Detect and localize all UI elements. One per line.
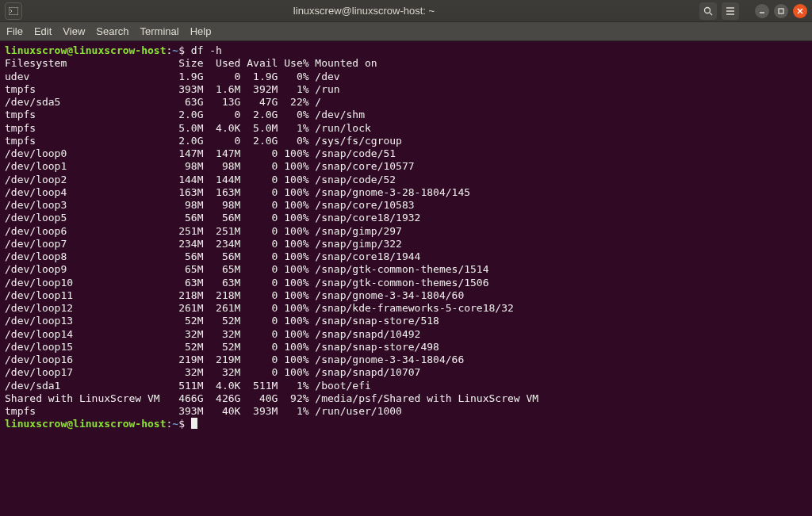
df-row: tmpfs 393M 1.6M 392M 1% /run	[5, 83, 807, 96]
close-button[interactable]	[793, 4, 807, 18]
df-row: /dev/loop0 147M 147M 0 100% /snap/code/5…	[5, 147, 807, 160]
df-row: /dev/loop3 98M 98M 0 100% /snap/core/105…	[5, 199, 807, 212]
svg-rect-7	[779, 9, 783, 13]
svg-line-2	[710, 13, 712, 15]
menu-bar: File Edit View Search Terminal Help	[0, 22, 812, 41]
df-row: tmpfs 5.0M 4.0K 5.0M 1% /run/lock	[5, 122, 807, 135]
prompt-line: linuxscrow@linuxscrow-host:~$	[5, 418, 807, 430]
window-title: linuxscrew@linuxscrow-host: ~	[29, 5, 699, 17]
menu-help[interactable]: Help	[190, 25, 212, 37]
menu-search[interactable]: Search	[96, 25, 128, 37]
df-header: Filesystem Size Used Avail Use% Mounted …	[5, 57, 807, 70]
df-row: /dev/loop15 52M 52M 0 100% /snap/snap-st…	[5, 341, 807, 354]
df-row: /dev/loop8 56M 56M 0 100% /snap/core18/1…	[5, 250, 807, 263]
menu-edit[interactable]: Edit	[34, 25, 52, 37]
minimize-button[interactable]	[755, 4, 769, 18]
prompt-path: ~	[172, 44, 178, 57]
menu-terminal[interactable]: Terminal	[140, 25, 179, 37]
df-row: /dev/loop10 63M 63M 0 100% /snap/gtk-com…	[5, 277, 807, 289]
df-row: /dev/loop6 251M 251M 0 100% /snap/gimp/2…	[5, 225, 807, 238]
df-row: /dev/loop7 234M 234M 0 100% /snap/gimp/3…	[5, 238, 807, 250]
df-row: /dev/loop14 32M 32M 0 100% /snap/snapd/1…	[5, 328, 807, 341]
prompt-line: linuxscrow@linuxscrow-host:~$ df -h	[5, 44, 807, 57]
df-row: /dev/loop2 144M 144M 0 100% /snap/code/5…	[5, 174, 807, 186]
search-button[interactable]	[699, 2, 717, 20]
df-row: tmpfs 393M 40K 393M 1% /run/user/1000	[5, 405, 807, 418]
df-row: /dev/loop4 163M 163M 0 100% /snap/gnome-…	[5, 186, 807, 199]
hamburger-menu-button[interactable]	[722, 2, 739, 20]
window-titlebar: linuxscrew@linuxscrow-host: ~	[0, 0, 812, 22]
df-row: /dev/loop13 52M 52M 0 100% /snap/snap-st…	[5, 315, 807, 327]
df-row: /dev/sda1 511M 4.0K 511M 1% /boot/efi	[5, 380, 807, 392]
terminal-viewport[interactable]: linuxscrow@linuxscrow-host:~$ df -hFiles…	[0, 41, 812, 516]
df-row: /dev/loop17 32M 32M 0 100% /snap/snapd/1…	[5, 366, 807, 379]
typed-command: df -h	[191, 44, 222, 57]
df-row: udev 1.9G 0 1.9G 0% /dev	[5, 71, 807, 83]
terminal-app-icon	[5, 2, 22, 20]
menu-view[interactable]: View	[63, 25, 85, 37]
df-row: /dev/loop9 65M 65M 0 100% /snap/gtk-comm…	[5, 263, 807, 276]
prompt-user: linuxscrow@linuxscrow-host	[5, 418, 167, 430]
df-row: /dev/loop16 219M 219M 0 100% /snap/gnome…	[5, 354, 807, 366]
df-row: Shared with LinuxScrew VM 466G 426G 40G …	[5, 392, 807, 405]
svg-rect-0	[9, 7, 18, 15]
menu-file[interactable]: File	[6, 25, 23, 37]
df-row: tmpfs 2.0G 0 2.0G 0% /sys/fs/cgroup	[5, 135, 807, 147]
df-row: /dev/loop11 218M 218M 0 100% /snap/gnome…	[5, 289, 807, 302]
df-row: /dev/loop1 98M 98M 0 100% /snap/core/105…	[5, 160, 807, 173]
prompt-user: linuxscrow@linuxscrow-host	[5, 44, 167, 57]
maximize-button[interactable]	[774, 4, 788, 18]
df-row: /dev/sda5 63G 13G 47G 22% /	[5, 96, 807, 109]
prompt-path: ~	[172, 418, 178, 430]
df-row: tmpfs 2.0G 0 2.0G 0% /dev/shm	[5, 109, 807, 121]
svg-point-1	[705, 7, 710, 13]
df-row: /dev/loop12 261M 261M 0 100% /snap/kde-f…	[5, 302, 807, 315]
df-row: /dev/loop5 56M 56M 0 100% /snap/core18/1…	[5, 212, 807, 224]
cursor-block	[191, 418, 197, 429]
